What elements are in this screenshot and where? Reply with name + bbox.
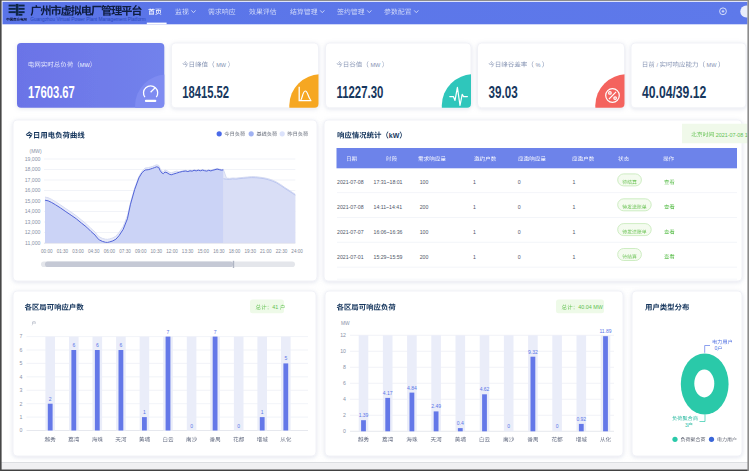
svg-text:1: 1 <box>473 254 476 260</box>
svg-text:0: 0 <box>518 179 521 185</box>
svg-text:2021-07-07: 2021-07-07 <box>337 229 364 235</box>
svg-text:2: 2 <box>343 412 346 418</box>
svg-text:MW: MW <box>341 321 350 326</box>
svg-text:1: 1 <box>573 204 576 210</box>
svg-text:1: 1 <box>473 204 476 210</box>
svg-text:1.39: 1.39 <box>359 412 369 418</box>
svg-text:15:00: 15:00 <box>197 249 209 254</box>
svg-text:16,000: 16,000 <box>25 187 41 193</box>
svg-text:4: 4 <box>343 396 346 402</box>
svg-text:6: 6 <box>20 347 23 353</box>
svg-text:6: 6 <box>96 342 99 348</box>
svg-text:1: 1 <box>573 229 576 235</box>
svg-text:100: 100 <box>420 179 429 185</box>
svg-text:12,000: 12,000 <box>25 229 41 235</box>
svg-text:2021-07-01: 2021-07-01 <box>337 254 364 260</box>
svg-text:7: 7 <box>167 329 170 335</box>
svg-text:0.92: 0.92 <box>576 416 586 422</box>
svg-text:40.04 MW: 40.04 MW <box>578 304 603 310</box>
svg-text:0: 0 <box>343 428 346 434</box>
svg-text:2021-07-08: 2021-07-08 <box>337 179 364 185</box>
svg-text:9.32: 9.32 <box>528 349 538 355</box>
svg-text:100: 100 <box>420 229 429 235</box>
svg-text:19,000: 19,000 <box>25 156 41 162</box>
svg-text:1: 1 <box>261 409 264 415</box>
svg-text:3: 3 <box>20 387 23 393</box>
svg-text:18:00: 18:00 <box>229 249 241 254</box>
svg-text:0.4: 0.4 <box>457 420 464 426</box>
svg-text:15,000: 15,000 <box>25 198 41 204</box>
svg-text:0: 0 <box>190 423 193 429</box>
svg-text:6: 6 <box>343 380 346 386</box>
svg-text:03:00: 03:00 <box>72 249 84 254</box>
svg-text:1: 1 <box>20 414 23 420</box>
svg-text:0: 0 <box>518 229 521 235</box>
svg-text:16:06~16:36: 16:06~16:36 <box>374 229 403 235</box>
svg-text:04:30: 04:30 <box>88 249 100 254</box>
svg-text:14:11~14:41: 14:11~14:41 <box>374 204 403 210</box>
svg-text:13,000: 13,000 <box>25 219 41 225</box>
svg-text:6: 6 <box>72 342 75 348</box>
svg-text:16:30: 16:30 <box>213 249 225 254</box>
svg-text:MW: MW <box>80 62 91 68</box>
svg-text:200: 200 <box>420 254 429 260</box>
svg-text:22:30: 22:30 <box>276 249 288 254</box>
svg-text:6: 6 <box>120 342 123 348</box>
svg-text:1: 1 <box>143 409 146 415</box>
svg-text:18415.52: 18415.52 <box>182 83 229 101</box>
svg-text:0: 0 <box>715 345 718 351</box>
svg-text:MW: MW <box>370 62 381 68</box>
svg-text:07:30: 07:30 <box>119 249 131 254</box>
svg-text:21:00: 21:00 <box>260 249 272 254</box>
svg-text:2.49: 2.49 <box>431 403 441 409</box>
svg-text:12: 12 <box>340 332 346 338</box>
svg-text:17,000: 17,000 <box>25 177 41 183</box>
svg-text:2021-07-08 18:01: 2021-07-08 18:01 <box>716 132 749 138</box>
svg-text:40.04/39.12: 40.04/39.12 <box>642 83 706 101</box>
svg-text:MW: MW <box>216 62 227 68</box>
svg-text:17603.67: 17603.67 <box>28 83 75 101</box>
svg-text:01:30: 01:30 <box>57 249 69 254</box>
svg-text:MW: MW <box>707 62 718 68</box>
svg-text:1: 1 <box>473 229 476 235</box>
svg-text:12:00: 12:00 <box>166 249 178 254</box>
svg-text:0: 0 <box>556 423 559 429</box>
svg-text:0: 0 <box>237 423 240 429</box>
svg-text:4: 4 <box>20 374 23 380</box>
svg-text:24:00: 24:00 <box>291 249 303 254</box>
svg-text:3: 3 <box>685 422 688 428</box>
svg-text:4.62: 4.62 <box>480 386 490 392</box>
svg-text:39.03: 39.03 <box>489 83 518 101</box>
svg-text:13:30: 13:30 <box>182 249 194 254</box>
svg-text:1: 1 <box>473 179 476 185</box>
svg-text:41: 41 <box>272 304 278 310</box>
svg-text:0: 0 <box>20 427 23 433</box>
svg-text:5: 5 <box>284 355 287 361</box>
svg-text:10:30: 10:30 <box>151 249 163 254</box>
svg-text:4.17: 4.17 <box>383 390 393 396</box>
svg-text:0: 0 <box>507 423 510 429</box>
svg-text:200: 200 <box>420 204 429 210</box>
svg-text:8: 8 <box>343 364 346 370</box>
svg-text:2021-07-08: 2021-07-08 <box>337 204 364 210</box>
svg-text:(MW): (MW) <box>30 148 43 154</box>
svg-text:5: 5 <box>20 360 23 366</box>
svg-text:kW: kW <box>389 132 400 139</box>
svg-text:19:30: 19:30 <box>244 249 256 254</box>
svg-text:11.89: 11.89 <box>599 328 611 334</box>
svg-text:00:00: 00:00 <box>41 249 53 254</box>
svg-text:11227.30: 11227.30 <box>337 83 384 101</box>
svg-text:Guangzhou Virtual Power Plant: Guangzhou Virtual Power Plant Management… <box>30 17 145 22</box>
svg-text:10: 10 <box>340 348 346 354</box>
svg-text:18,000: 18,000 <box>25 166 41 172</box>
svg-text:14,000: 14,000 <box>25 208 41 214</box>
svg-text:2: 2 <box>49 396 52 402</box>
svg-text:7: 7 <box>214 329 217 335</box>
svg-text:4.84: 4.84 <box>407 385 417 391</box>
svg-text:2: 2 <box>20 401 23 407</box>
svg-text:06:00: 06:00 <box>104 249 116 254</box>
svg-text:0: 0 <box>518 204 521 210</box>
svg-text:0: 0 <box>518 254 521 260</box>
svg-text:15:29~15:59: 15:29~15:59 <box>374 254 403 260</box>
svg-text:%: % <box>535 62 540 68</box>
